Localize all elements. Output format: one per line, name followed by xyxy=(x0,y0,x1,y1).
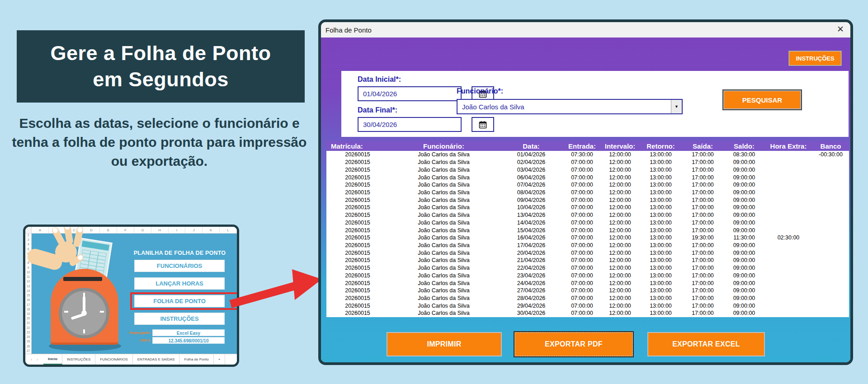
table-cell: 13:00:00 xyxy=(640,272,682,280)
close-icon[interactable]: ✕ xyxy=(837,24,844,34)
table-row[interactable]: 20260015João Carlos da Silva17/04/202607… xyxy=(326,242,849,249)
sheet-tabs: InícioINSTRUÇÕESFUNCIONÁRIOSENTRADAS E S… xyxy=(43,354,225,365)
sheet-tab-instrucoes[interactable]: INSTRUÇÕES xyxy=(62,354,95,365)
table-cell: 13:00:00 xyxy=(640,295,682,302)
table-cell: 07:00:00 xyxy=(564,309,600,317)
table-row[interactable]: 20260015João Carlos da Silva15/04/202607… xyxy=(326,226,849,234)
table-cell: 08:30:00 xyxy=(724,151,764,159)
thumb-button-instrucoes[interactable]: INSTRUÇÕES xyxy=(134,313,225,325)
table-row[interactable]: 20260015João Carlos da Silva03/04/202607… xyxy=(326,166,849,173)
table-row[interactable]: 20260015João Carlos da Silva21/04/202607… xyxy=(326,257,849,264)
table-cell: 13:00:00 xyxy=(640,159,682,166)
table-cell: 17:00:00 xyxy=(682,151,724,159)
sheet-tab-folha-de-ponto[interactable]: Folha de Ponto xyxy=(179,354,213,365)
data-final-input[interactable] xyxy=(358,117,462,132)
table-cell: 13:00:00 xyxy=(640,219,682,226)
table-cell xyxy=(812,196,849,204)
instrucoes-button[interactable]: INSTRUÇÕES xyxy=(789,51,841,66)
table-cell xyxy=(764,196,812,204)
company-info: Empregador Excel Easy CNPJ: 12.345.698/0… xyxy=(124,329,235,344)
table-cell xyxy=(764,279,812,287)
table-cell: 09:00:00 xyxy=(724,309,764,317)
thumb-button-funcionarios[interactable]: FUNCIONÁRIOS xyxy=(134,260,225,272)
table-cell: 12:00:00 xyxy=(600,196,640,204)
table-cell: 17/04/2026 xyxy=(499,242,564,249)
pesquisar-button[interactable]: PESQUISAR xyxy=(723,90,801,109)
table-row[interactable]: 20260015João Carlos da Silva07/04/202607… xyxy=(326,181,849,189)
table-row[interactable]: 20260015João Carlos da Silva28/04/202607… xyxy=(326,295,849,302)
table-row[interactable]: 20260015João Carlos da Silva06/04/202607… xyxy=(326,173,849,181)
table-cell xyxy=(764,309,812,317)
table-header-cell: Data: xyxy=(499,141,564,151)
row-number: 21 xyxy=(25,321,31,326)
table-cell: 17:00:00 xyxy=(682,264,724,272)
exportar-excel-button[interactable]: EXPORTAR EXCEL xyxy=(647,332,765,356)
exportar-pdf-button[interactable]: EXPORTAR PDF xyxy=(514,332,633,356)
table-row[interactable]: 20260015João Carlos da Silva23/04/202607… xyxy=(326,272,849,280)
table-cell xyxy=(812,234,849,242)
table-cell: 17:00:00 xyxy=(682,159,724,166)
row-number: 3 xyxy=(25,238,31,243)
table-cell: 12:00:00 xyxy=(600,302,640,309)
thumb-button-lancar-horas[interactable]: LANÇAR HORAS xyxy=(134,277,225,290)
timesheet-table: Matrícula:Funcionário:Data:Entrada:Inter… xyxy=(326,141,849,317)
sheet-title: PLANILHA DE FOLHA DE PONTO xyxy=(124,250,235,256)
table-row[interactable]: 20260015João Carlos da Silva14/04/202607… xyxy=(326,219,849,226)
data-final-calendar-button[interactable] xyxy=(472,117,494,132)
table-cell: João Carlos da Silva xyxy=(389,279,499,287)
column-letter: K xyxy=(203,227,220,233)
table-cell: 14/04/2026 xyxy=(499,219,564,226)
table-cell: 07:00:00 xyxy=(564,264,600,272)
sheet-tab-inicio[interactable]: Início xyxy=(43,354,62,365)
table-cell xyxy=(812,204,849,211)
table-cell: 12:00:00 xyxy=(600,159,640,166)
table-cell: 09:00:00 xyxy=(724,181,764,189)
new-sheet-tab[interactable]: + xyxy=(214,354,226,365)
table-cell: 03/04/2026 xyxy=(499,166,564,173)
table-cell: João Carlos da Silva xyxy=(389,295,499,302)
imprimir-button[interactable]: IMPRIMIR xyxy=(387,332,502,356)
table-row[interactable]: 20260015João Carlos da Silva13/04/202607… xyxy=(326,211,849,219)
row-number: 19 xyxy=(25,312,31,317)
table-cell xyxy=(812,272,849,280)
table-row[interactable]: 20260015João Carlos da Silva27/04/202607… xyxy=(326,287,849,295)
table-cell: 20260015 xyxy=(326,204,389,211)
tab-scroll-right-icon[interactable]: › xyxy=(37,357,38,362)
row-number: 27 xyxy=(25,349,31,354)
table-cell: 12:00:00 xyxy=(600,181,640,189)
table-row[interactable]: 20260015João Carlos da Silva22/04/202607… xyxy=(326,264,849,272)
table-row[interactable]: 20260015João Carlos da Silva10/04/202607… xyxy=(326,204,849,211)
table-row[interactable]: 20260015João Carlos da Silva08/04/202607… xyxy=(326,189,849,197)
sheet-tab-entradas-e-saidas[interactable]: ENTRADAS E SAÍDAS xyxy=(133,354,180,365)
table-row[interactable]: 20260015João Carlos da Silva24/04/202607… xyxy=(326,279,849,287)
table-row[interactable]: 20260015João Carlos da Silva20/04/202607… xyxy=(326,249,849,257)
table-cell: João Carlos da Silva xyxy=(389,181,499,189)
table-row[interactable]: 20260015João Carlos da Silva02/04/202607… xyxy=(326,159,849,166)
table-cell: 13:00:00 xyxy=(640,279,682,287)
table-row[interactable]: 20260015João Carlos da Silva30/04/202607… xyxy=(326,309,849,317)
table-cell: 20260015 xyxy=(326,257,389,264)
table-cell: 09/04/2026 xyxy=(499,196,564,204)
table-cell: 20260015 xyxy=(326,279,389,287)
tab-scroll-left-icon[interactable]: ‹ xyxy=(31,357,32,362)
headline-box: Gere a Folha de Ponto em Segundos xyxy=(17,30,305,103)
table-cell: 12:00:00 xyxy=(600,279,640,287)
data-inicial-input[interactable] xyxy=(358,86,462,101)
table-row[interactable]: 20260015João Carlos da Silva16/04/202607… xyxy=(326,234,849,242)
cnpj-value: 12.345.698/0001/10 xyxy=(152,337,225,344)
table-cell: 13:00:00 xyxy=(640,309,682,317)
table-cell: João Carlos da Silva xyxy=(389,159,499,166)
thumb-button-folha-de-ponto[interactable]: FOLHA DE PONTO xyxy=(134,295,225,307)
funcionario-combobox[interactable]: João Carlos da Silva ▼ xyxy=(457,99,683,114)
table-row[interactable]: 20260015João Carlos da Silva01/04/202607… xyxy=(326,151,849,159)
table-cell: 28/04/2026 xyxy=(499,295,564,302)
table-row[interactable]: 20260015João Carlos da Silva29/04/202607… xyxy=(326,302,849,309)
empregador-label: Empregador xyxy=(124,331,152,335)
chevron-down-icon[interactable]: ▼ xyxy=(671,100,682,113)
table-cell: 07:00:00 xyxy=(564,226,600,234)
table-cell xyxy=(764,242,812,249)
table-cell xyxy=(812,257,849,264)
table-row[interactable]: 20260015João Carlos da Silva09/04/202607… xyxy=(326,196,849,204)
punch-clock-illustration xyxy=(32,234,129,354)
sheet-tab-funcionarios[interactable]: FUNCIONÁRIOS xyxy=(95,354,132,365)
